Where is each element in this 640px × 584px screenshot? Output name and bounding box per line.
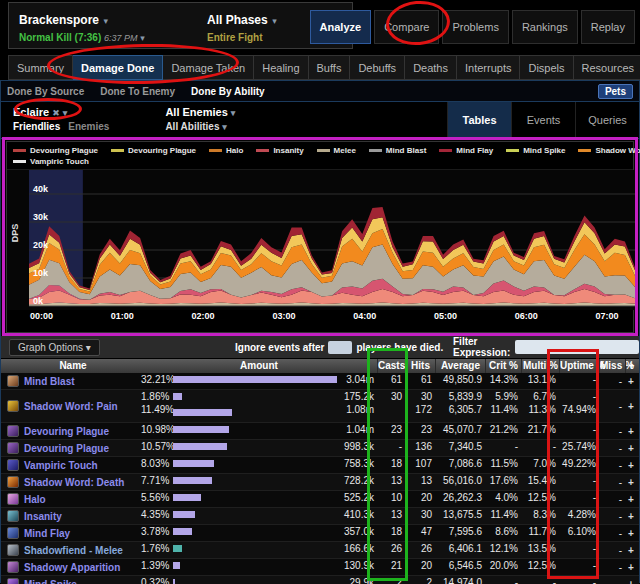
legend-item-mind-blast[interactable]: Mind Blast bbox=[369, 146, 426, 155]
target-selector[interactable]: All Enemies ▾ bbox=[165, 106, 235, 118]
tab-damage-taken[interactable]: Damage Taken bbox=[163, 55, 254, 80]
miss-cell: - bbox=[599, 562, 625, 573]
pets-button[interactable]: Pets bbox=[598, 84, 633, 99]
ability-name[interactable]: Shadow Word: Death bbox=[24, 477, 124, 488]
ability-name[interactable]: Shadowy Apparition bbox=[24, 562, 120, 573]
subtab-done-by-ability[interactable]: Done By Ability bbox=[191, 86, 265, 97]
filter-expression-input[interactable] bbox=[515, 340, 639, 354]
ability-name[interactable]: Devouring Plague bbox=[24, 443, 109, 454]
column-header-miss[interactable]: Miss % bbox=[599, 359, 625, 373]
boss-selector[interactable]: Brackenspore ▾ bbox=[19, 10, 169, 28]
tab-interrupts[interactable]: Interrupts bbox=[457, 55, 520, 80]
expand-row-button[interactable]: + bbox=[625, 562, 637, 573]
ability-name[interactable]: Mind Flay bbox=[24, 528, 70, 539]
tab-debuffs[interactable]: Debuffs bbox=[350, 55, 405, 80]
expand-row-button[interactable]: + bbox=[625, 426, 637, 437]
chevron-down-icon: ▾ bbox=[63, 108, 68, 118]
column-header-uptime[interactable]: Uptime % bbox=[559, 359, 599, 373]
subtab-done-by-source[interactable]: Done By Source bbox=[7, 86, 84, 97]
legend-item-halo[interactable]: Halo bbox=[209, 146, 243, 155]
ability-name[interactable]: Shadow Word: Pain bbox=[24, 401, 118, 412]
view-button-tables[interactable]: Tables bbox=[447, 102, 511, 138]
amount-bar bbox=[173, 409, 232, 416]
abilities-selector[interactable]: All Abilities ▾ bbox=[165, 121, 235, 132]
expand-row-button[interactable]: + bbox=[625, 528, 637, 539]
expand-row-button[interactable]: + bbox=[625, 443, 637, 454]
column-header-casts[interactable]: Casts bbox=[377, 359, 405, 373]
compare-button[interactable]: Compare bbox=[374, 10, 439, 44]
multi-cell: 7.0% bbox=[521, 457, 559, 473]
legend-item-shadow-word-death[interactable]: Shadow Word: Death bbox=[578, 146, 640, 155]
legend-item-melee[interactable]: Melee bbox=[317, 146, 356, 155]
tab-healing[interactable]: Healing bbox=[254, 55, 308, 80]
expand-row-button[interactable]: + bbox=[625, 376, 637, 387]
column-header-hits[interactable]: Hits bbox=[405, 359, 435, 373]
mind-spike-icon bbox=[7, 578, 19, 584]
expand-row-button[interactable]: + bbox=[625, 579, 637, 584]
tab-damage-done[interactable]: Damage Done bbox=[73, 55, 163, 80]
ability-name[interactable]: Mind Blast bbox=[24, 376, 75, 387]
tab-resources[interactable]: Resources bbox=[574, 55, 640, 80]
y-tick-label: 40k bbox=[33, 184, 48, 194]
ability-name[interactable]: Insanity bbox=[24, 511, 62, 522]
amount-bar-cell bbox=[171, 508, 339, 524]
source-selector[interactable]: Eclaire ✖ ▾ bbox=[13, 106, 117, 118]
chevron-down-icon[interactable]: ▾ bbox=[140, 33, 145, 43]
tab-summary[interactable]: Summary bbox=[8, 55, 73, 80]
legend-item-vampiric-touch[interactable]: Vampiric Touch bbox=[13, 157, 89, 166]
tab-buffs[interactable]: Buffs bbox=[309, 55, 351, 80]
expand-row-button[interactable]: + bbox=[625, 511, 637, 522]
rankings-button[interactable]: Rankings bbox=[512, 10, 578, 44]
column-header-name[interactable]: Name bbox=[5, 359, 141, 373]
tab-deaths[interactable]: Deaths bbox=[405, 55, 457, 80]
hits-cell: 30172 bbox=[405, 390, 435, 422]
ability-name[interactable]: Devouring Plague bbox=[24, 426, 109, 437]
source-tab-friendlies[interactable]: Friendlies bbox=[13, 121, 60, 132]
source-tab-enemies[interactable]: Enemies bbox=[68, 121, 109, 132]
view-button-events[interactable]: Events bbox=[511, 102, 575, 138]
expand-row-button[interactable]: + bbox=[625, 460, 637, 471]
legend-item-insanity[interactable]: Insanity bbox=[256, 146, 303, 155]
column-header-expand[interactable]: + bbox=[625, 359, 637, 373]
miss-cell: - bbox=[599, 579, 625, 584]
phase-selector[interactable]: All Phases ▾ bbox=[207, 10, 277, 28]
amount-bar-cell bbox=[171, 440, 339, 456]
dps-chart[interactable]: DPS 0k10k20k30k40k bbox=[7, 170, 633, 310]
problems-button[interactable]: Problems bbox=[442, 10, 508, 44]
legend-item-mind-spike[interactable]: Mind Spike bbox=[506, 146, 565, 155]
ability-name[interactable]: Shadowfiend - Melee bbox=[24, 545, 123, 556]
legend-item-mind-flay[interactable]: Mind Flay bbox=[439, 146, 493, 155]
view-button-queries[interactable]: Queries bbox=[575, 102, 639, 138]
amount-bar bbox=[173, 562, 180, 569]
ability-name[interactable]: Vampiric Touch bbox=[24, 460, 98, 471]
ability-cell: Devouring Plague bbox=[5, 440, 141, 456]
hits-cell: 13 bbox=[405, 474, 435, 490]
legend-item-devouring-plague[interactable]: Devouring Plague bbox=[13, 146, 98, 155]
ability-name[interactable]: Halo bbox=[24, 494, 46, 505]
uptime-cell: - bbox=[559, 423, 599, 439]
legend-item-devouring-plague[interactable]: Devouring Plague bbox=[111, 146, 196, 155]
column-header-average[interactable]: Average bbox=[435, 359, 485, 373]
expand-row-button[interactable]: + bbox=[625, 477, 637, 488]
uptime-cell: - bbox=[559, 559, 599, 575]
shadowfiend-melee-icon bbox=[7, 544, 19, 556]
tab-dispels[interactable]: Dispels bbox=[520, 55, 573, 80]
subtab-done-to-enemy[interactable]: Done To Enemy bbox=[100, 86, 175, 97]
legend-swatch-icon bbox=[439, 149, 452, 152]
graph-options-button[interactable]: Graph Options ▾ bbox=[9, 339, 100, 356]
insanity-icon bbox=[7, 510, 19, 522]
expand-row-button[interactable]: + bbox=[625, 545, 637, 556]
average-cell: 14,974.0 bbox=[435, 576, 485, 584]
column-header-multi[interactable]: Multi % bbox=[521, 359, 559, 373]
legend-label: Mind Flay bbox=[456, 146, 493, 155]
expand-row-button[interactable]: + bbox=[625, 401, 637, 412]
legend-label: Melee bbox=[334, 146, 356, 155]
ability-name[interactable]: Mind Spike bbox=[24, 579, 77, 584]
column-header-crit[interactable]: Crit % bbox=[485, 359, 521, 373]
expand-row-button[interactable]: + bbox=[625, 494, 637, 505]
ignore-events-threshold-input[interactable] bbox=[328, 341, 352, 354]
column-header-amount[interactable]: Amount bbox=[141, 359, 377, 373]
uptime-cell: 4.28% bbox=[559, 508, 599, 524]
replay-button[interactable]: Replay bbox=[581, 10, 635, 44]
analyze-button[interactable]: Analyze bbox=[310, 10, 372, 44]
